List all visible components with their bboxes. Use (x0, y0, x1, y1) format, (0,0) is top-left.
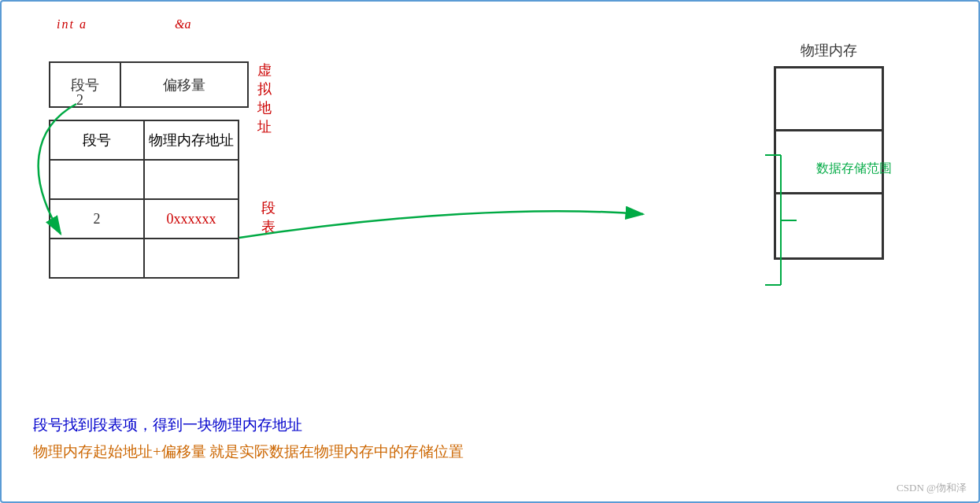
seg-table-label: 段表 (261, 198, 276, 236)
table-row-empty-2 (50, 239, 239, 278)
table-row-2: 2 0xxxxxx (50, 199, 239, 239)
bottom-line-1: 段号找到段表项，得到一块物理内存地址 (33, 415, 464, 435)
phys-cell-1 (776, 68, 882, 131)
cell-empty-1 (50, 160, 144, 199)
int-a-label: int a (57, 17, 87, 31)
data-range-label: 数据存储范围 (816, 161, 892, 177)
segment-num-cell: 段号 (50, 63, 121, 106)
watermark: CSDN @伆和泽 (897, 481, 967, 495)
col-phys-addr: 物理内存地址 (144, 120, 239, 160)
segment-table: 段号 物理内存地址 2 0xxxxxx (49, 120, 239, 279)
amp-a-label: &a (175, 17, 190, 31)
virtual-address-label: 虚拟地址 (257, 61, 272, 136)
table-header-row: 段号 物理内存地址 (50, 120, 239, 160)
number-2-top: 2 (76, 92, 83, 109)
cell-empty-4 (144, 239, 239, 278)
cell-empty-3 (50, 239, 144, 278)
cell-empty-2 (144, 160, 239, 199)
cell-num-2: 2 (50, 199, 144, 239)
main-diagram: int a &a 段号 偏移量 虚拟地址 2 段号 物理内存地址 2 0xxxx… (0, 0, 980, 503)
table-row-empty-1 (50, 160, 239, 199)
physical-memory-section: 物理内存 数据存储范围 (774, 41, 884, 260)
phys-cell-3 (776, 194, 882, 257)
bottom-text-section: 段号找到段表项，得到一块物理内存地址 物理内存起始地址+偏移量 就是实际数据在物… (33, 415, 464, 462)
col-segment-num: 段号 (50, 120, 144, 160)
cell-hex-addr: 0xxxxxx (144, 199, 239, 239)
bottom-line-2: 物理内存起始地址+偏移量 就是实际数据在物理内存中的存储位置 (33, 442, 464, 462)
segment-table-section: 段号 物理内存地址 2 0xxxxxx 段表 (49, 120, 239, 279)
offset-cell: 偏移量 (121, 63, 247, 106)
phys-mem-title: 物理内存 (774, 41, 884, 60)
